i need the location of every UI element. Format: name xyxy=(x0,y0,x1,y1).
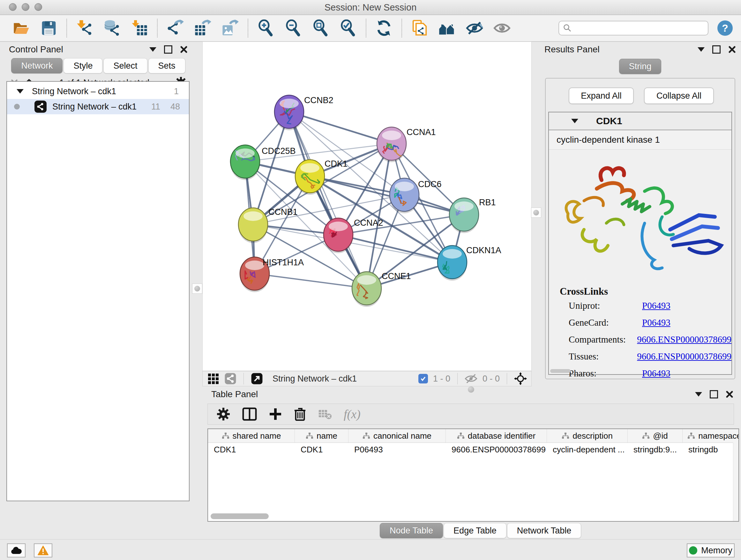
network-node[interactable]: CCNE1 xyxy=(352,271,411,307)
main-toolbar: ? xyxy=(0,15,741,42)
cloud-button[interactable] xyxy=(7,543,25,557)
gene-header[interactable]: CDK1 xyxy=(549,112,731,130)
open-file-icon[interactable] xyxy=(13,19,30,37)
tab-style[interactable]: Style xyxy=(64,58,103,73)
delete-column-icon[interactable] xyxy=(294,408,306,421)
search-box[interactable] xyxy=(558,21,709,36)
panel-menu-icon[interactable] xyxy=(695,392,702,396)
save-session-icon[interactable] xyxy=(40,19,57,37)
zoom-selected-icon[interactable] xyxy=(340,19,357,37)
import-network-database-icon[interactable] xyxy=(104,19,121,37)
export-image-icon[interactable] xyxy=(221,19,239,37)
show-all-icon[interactable] xyxy=(493,19,511,37)
network-row[interactable]: String Network – cdk1 11 48 xyxy=(7,99,189,114)
network-edge[interactable] xyxy=(255,273,367,288)
table-vscrollbar[interactable] xyxy=(733,442,738,521)
toolbar-separator xyxy=(366,19,366,37)
table-cell: P06493 xyxy=(348,443,446,456)
window-title: Session: New Session xyxy=(0,2,741,13)
float-panel-icon[interactable] xyxy=(710,390,718,398)
tab-sets[interactable]: Sets xyxy=(148,58,185,73)
zoom-out-icon[interactable] xyxy=(285,19,302,37)
network-node[interactable]: HIST1H1A xyxy=(240,257,304,292)
crosslink-link[interactable]: P06493 xyxy=(642,317,670,328)
column-header-namespace[interactable]: namespace xyxy=(683,429,739,442)
fit-content-crosshair-icon[interactable] xyxy=(514,372,527,385)
zoom-fit-icon[interactable] xyxy=(312,19,329,37)
network-node[interactable]: CDK1 xyxy=(295,159,347,195)
tab-network-table[interactable]: Network Table xyxy=(507,523,582,538)
network-edge-count: 48 xyxy=(171,102,180,112)
export-network-icon[interactable] xyxy=(166,19,184,37)
crosslink-link[interactable]: 9606.ENSP00000378699 xyxy=(637,334,731,345)
collection-expand-icon[interactable] xyxy=(17,89,23,94)
open-in-window-icon[interactable] xyxy=(251,373,263,385)
expand-all-button[interactable]: Expand All xyxy=(569,87,634,104)
network-node[interactable]: CDKN1A xyxy=(437,246,501,281)
import-table-file-icon[interactable] xyxy=(131,19,148,37)
column-header-shared-name[interactable]: shared name xyxy=(208,429,295,442)
float-panel-icon[interactable] xyxy=(164,45,172,54)
table-hscrollbar[interactable] xyxy=(211,513,269,519)
tab-edge-table[interactable]: Edge Table xyxy=(444,523,507,538)
panel-menu-icon[interactable] xyxy=(149,47,156,52)
crosslink-link[interactable]: 9606.ENSP00000378699 xyxy=(637,351,731,362)
network-from-selection-icon[interactable] xyxy=(411,19,428,37)
export-table-icon[interactable] xyxy=(194,19,211,37)
network-edge[interactable] xyxy=(289,112,392,144)
node-label: CCNA2 xyxy=(354,218,383,228)
collapse-all-button[interactable]: Collapse All xyxy=(644,87,714,104)
toolbar-group xyxy=(411,19,511,37)
memory-button[interactable]: Memory xyxy=(687,543,735,557)
panel-menu-icon[interactable] xyxy=(697,47,704,52)
column-header-database-identifier[interactable]: database identifier xyxy=(446,429,547,442)
add-column-icon[interactable] xyxy=(269,408,282,421)
grid-view-icon[interactable] xyxy=(207,373,219,385)
close-panel-icon[interactable] xyxy=(728,46,736,53)
crosslink-link[interactable]: P06493 xyxy=(642,300,670,311)
crosslinks-title: CrossLinks xyxy=(560,286,731,297)
table-cell: stringdb:9... xyxy=(628,443,683,456)
search-input[interactable] xyxy=(575,23,704,34)
warning-button[interactable] xyxy=(34,543,52,557)
selected-checkbox-icon[interactable] xyxy=(418,374,428,383)
network-node[interactable]: CCNA1 xyxy=(377,127,436,162)
crosslink-label: Uniprot: xyxy=(560,300,642,311)
network-canvas[interactable]: CCNB2CCNA1CDC25BCDK1CDC6RB1CCNB1CCNA2CDK… xyxy=(202,42,532,371)
crosslink-link[interactable]: P06493 xyxy=(642,368,670,379)
column-header-name[interactable]: name xyxy=(295,429,348,442)
column-visibility-icon[interactable] xyxy=(242,408,257,421)
gene-detail-card: CDK1 cyclin-dependent kinase 1 xyxy=(548,112,732,375)
node-label: CCNE1 xyxy=(382,271,411,281)
network-collection-row[interactable]: String Network – cdk1 1 xyxy=(7,84,189,99)
node-table[interactable]: shared namenamecanonical namedatabase id… xyxy=(207,428,739,522)
crosslinks-section: CrossLinks Uniprot:P06493GeneCard:P06493… xyxy=(549,281,731,379)
close-panel-icon[interactable] xyxy=(726,390,733,398)
column-header-description[interactable]: description xyxy=(547,429,628,442)
network-node[interactable]: CDC25B xyxy=(230,145,296,180)
column-header-canonical-name[interactable]: canonical name xyxy=(348,429,446,442)
network-node[interactable]: RB1 xyxy=(449,198,496,233)
help-button[interactable]: ? xyxy=(718,20,733,36)
tab-network[interactable]: Network xyxy=(11,58,63,73)
table-row[interactable]: CDK1CDK1P064939606.ENSP00000378699cyclin… xyxy=(208,443,738,456)
refresh-layout-icon[interactable] xyxy=(375,19,393,37)
results-hscroll-thumb[interactable] xyxy=(550,369,570,373)
left-splitter-handle[interactable] xyxy=(192,284,202,294)
tab-string[interactable]: String xyxy=(619,59,662,74)
zoom-in-icon[interactable] xyxy=(257,19,274,37)
close-panel-icon[interactable] xyxy=(180,46,188,53)
network-node[interactable]: CDC6 xyxy=(390,178,442,213)
tab-node-table[interactable]: Node Table xyxy=(380,523,443,538)
import-network-file-icon[interactable] xyxy=(76,19,93,37)
crosslink-row: Compartments:9606.ENSP00000378699 xyxy=(560,334,731,345)
tab-select[interactable]: Select xyxy=(104,58,147,73)
column-header-label: description xyxy=(572,431,613,441)
birds-eye-view-icon[interactable] xyxy=(224,373,237,385)
first-neighbors-icon[interactable] xyxy=(439,19,456,37)
hide-selected-icon[interactable] xyxy=(466,19,483,37)
gene-collapse-icon[interactable] xyxy=(571,119,578,123)
float-panel-icon[interactable] xyxy=(712,45,721,54)
column-header--id[interactable]: @id xyxy=(628,429,683,442)
table-options-gear-icon[interactable] xyxy=(217,408,230,421)
